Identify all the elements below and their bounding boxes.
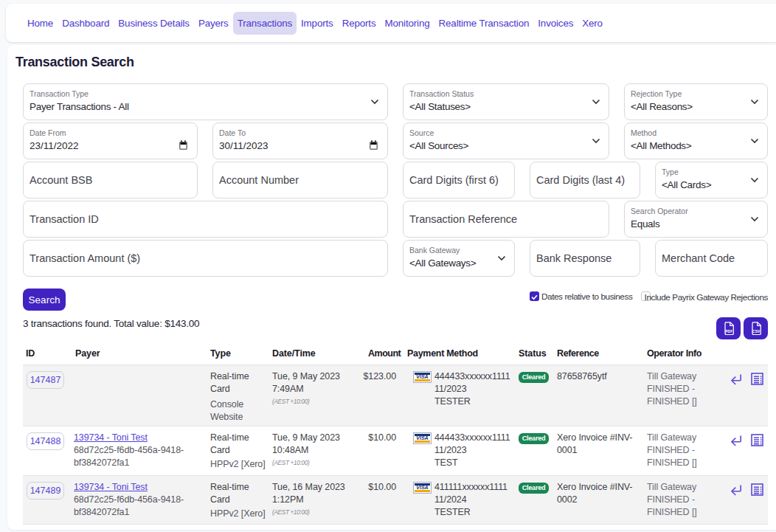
svg-text:VISA: VISA <box>416 485 428 490</box>
svg-text:PDF: PDF <box>725 329 732 334</box>
svg-text:CSV: CSV <box>752 329 761 334</box>
svg-text:VISA: VISA <box>416 435 428 441</box>
svg-text:VISA: VISA <box>416 374 428 379</box>
